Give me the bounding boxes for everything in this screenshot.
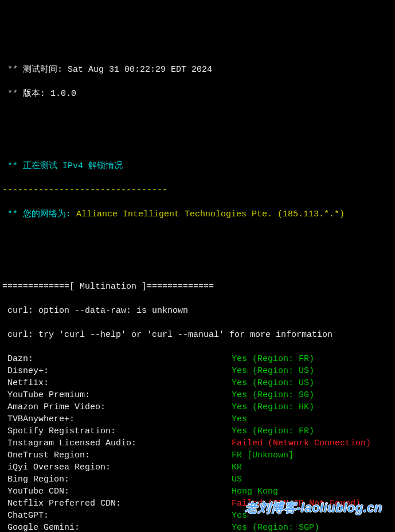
blank (2, 112, 393, 124)
network-line: ** 您的网络为: Alliance Intelligent Technolog… (2, 208, 393, 220)
service-result: FR [Unknown] (232, 449, 294, 461)
service-name: Disney+: (2, 365, 232, 377)
multination-row: YouTube Premium:Yes (Region: SG) (2, 389, 393, 401)
service-result: Hong Kong (232, 486, 278, 498)
blank (2, 232, 393, 244)
header-time: ** 测试时间: Sat Aug 31 00:22:29 EDT 2024 (2, 64, 393, 76)
service-name: OneTrust Region: (2, 449, 232, 461)
multination-row: iQyi Oversea Region:KR (2, 461, 393, 473)
multination-row: YouTube CDN:Hong Kong (2, 486, 393, 498)
ipv4-header: ** 正在测试 IPv4 解锁情况 (2, 160, 393, 172)
service-name: Netflix Preferred CDN: (2, 498, 232, 510)
service-name: Bing Region: (2, 473, 232, 486)
multination-sep: =============[ Multination ]============… (2, 281, 393, 293)
service-result: Yes (232, 413, 247, 425)
service-name: Netflix: (2, 377, 232, 389)
multination-rows: Dazn:Yes (Region: FR) Disney+:Yes (Regio… (2, 353, 393, 532)
header-version: ** 版本: 1.0.0 (2, 88, 393, 100)
multination-row: Netflix Preferred CDN:Failed (CDN IP Not… (2, 498, 393, 510)
service-name: Spotify Registration: (2, 425, 232, 437)
service-result: Yes (Region: SGP) (232, 522, 319, 532)
service-name: iQyi Oversea Region: (2, 461, 232, 473)
curl-error-2: curl: try 'curl --help' or 'curl --manua… (2, 329, 393, 341)
service-result: Yes (Region: US) (232, 365, 314, 377)
service-name: YouTube Premium: (2, 389, 232, 401)
blank (2, 136, 393, 148)
terminal-output: ** 测试时间: Sat Aug 31 00:22:29 EDT 2024 **… (0, 48, 395, 532)
service-result: Yes (Region: FR) (232, 353, 314, 365)
curl-error-1: curl: option --data-raw: is unknown (2, 305, 393, 317)
multination-row: Bing Region:US (2, 473, 393, 486)
service-name: Dazn: (2, 353, 232, 365)
multination-row: Netflix:Yes (Region: US) (2, 377, 393, 389)
service-result: Yes (Region: HK) (232, 401, 314, 413)
service-name: Google Gemini: (2, 522, 232, 532)
service-result: Failed (CDN IP Not Found) (232, 498, 361, 510)
service-name: Amazon Prime Video: (2, 401, 232, 413)
multination-row: Disney+:Yes (Region: US) (2, 365, 393, 377)
multination-row: Dazn:Yes (Region: FR) (2, 353, 393, 365)
multination-row: Amazon Prime Video:Yes (Region: HK) (2, 401, 393, 413)
service-name: Instagram Licensed Audio: (2, 437, 232, 449)
service-name: YouTube CDN: (2, 486, 232, 498)
multination-row: ChatGPT:Yes (2, 510, 393, 522)
multination-row: OneTrust Region:FR [Unknown] (2, 449, 393, 461)
multination-row: TVBAnywhere+:Yes (2, 413, 393, 425)
service-result: KR (232, 461, 242, 473)
service-name: TVBAnywhere+: (2, 413, 232, 425)
service-result: Yes (Region: SG) (232, 389, 314, 401)
multination-row: Google Gemini:Yes (Region: SGP) (2, 522, 393, 532)
multination-row: Spotify Registration:Yes (Region: FR) (2, 425, 393, 437)
service-result: Yes (Region: FR) (232, 425, 314, 437)
multination-row: Instagram Licensed Audio:Failed (Network… (2, 437, 393, 449)
dash-sep: -------------------------------- (2, 184, 393, 196)
blank (2, 257, 393, 269)
service-result: Yes (Region: US) (232, 377, 314, 389)
service-result: Yes (232, 510, 247, 522)
service-result: Failed (Network Connection) (232, 437, 371, 449)
service-result: US (232, 473, 242, 486)
service-name: ChatGPT: (2, 510, 232, 522)
